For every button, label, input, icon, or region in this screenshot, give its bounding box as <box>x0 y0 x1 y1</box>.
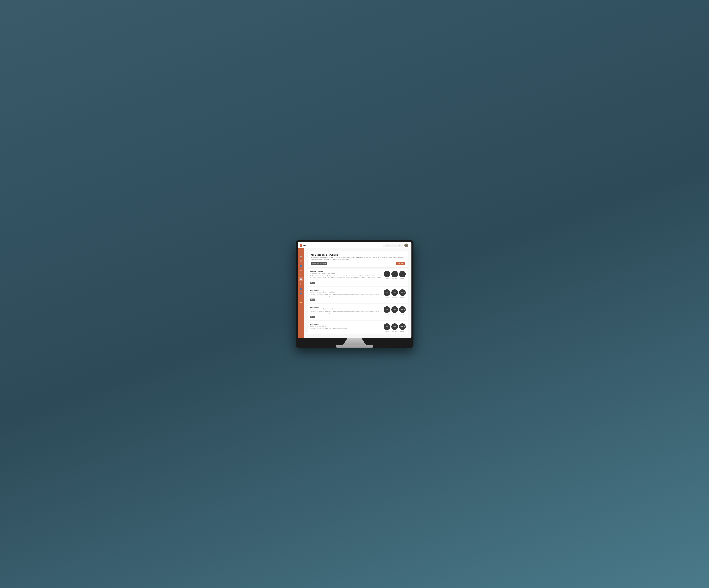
page-subtitle: Streamline your workflow by creating, up… <box>311 257 405 260</box>
work-policy-label: Work Policy <box>392 331 397 332</box>
seniority-label: Seniority <box>385 278 389 279</box>
seniority-badge: Junior <box>384 289 390 296</box>
job-description: The Inbound Contact Centre Team Leader m… <box>310 293 382 297</box>
header-actions: Upload Job Description Add New <box>311 262 405 265</box>
job-description: The Network Engineer position at Necta i… <box>310 275 382 280</box>
job-cards-container: Network Engineer $120,000 per annum | Au… <box>308 269 408 334</box>
job-badges: Junior Seniority Remote Work Policy Perm… <box>384 306 406 315</box>
job-type-label: Job Type <box>400 297 404 298</box>
work-policy-badge-item: Remote Work Policy <box>391 324 398 332</box>
job-info: Team Leader $40,000 per annum | Wellingt… <box>310 306 382 318</box>
job-info: Team Leader $40,000 per annum | Wellingt… <box>310 324 382 331</box>
job-description: The Inbound Contact Centre Team Leader m… <box>310 328 382 329</box>
logo-icon: N <box>300 244 302 247</box>
work-policy-label: Work Policy <box>392 278 397 279</box>
search-bar[interactable]: 🔍 <box>383 244 403 247</box>
job-card: Network Engineer $120,000 per annum | Au… <box>308 269 408 286</box>
page-header: Job Description Templates Streamline you… <box>308 251 408 267</box>
search-input[interactable] <box>384 245 398 246</box>
sidebar-item-award[interactable]: ✦ <box>299 296 303 300</box>
add-new-button[interactable]: Add New <box>396 262 405 265</box>
job-type-badge: Permanent <box>399 271 406 277</box>
avatar-initials: 👤 <box>405 245 407 246</box>
job-description: The Inbound Contact Centre Team Leader m… <box>310 310 382 314</box>
sidebar-item-person[interactable]: 👤 <box>299 287 303 290</box>
sidebar-item-clock[interactable]: ⏱ <box>299 268 303 272</box>
top-bar: N NECTA 🔍 👤 ▾ <box>298 242 412 248</box>
logo-area: N NECTA <box>300 244 309 247</box>
sidebar: ⌂ 🏢 ✉ 👥 ⏱ $ 📄 ⚙ 👤 👥 ✦ 📁 <box>298 248 304 338</box>
upload-button[interactable]: Upload Job Description <box>311 262 327 265</box>
sidebar-item-home[interactable]: ⌂ <box>299 250 303 254</box>
seniority-badge: Junior <box>384 306 390 313</box>
work-policy-badge: Remote <box>391 271 398 277</box>
job-badges: Junior Seniority Remote Work Policy Perm… <box>384 271 406 279</box>
job-title: Team Leader <box>310 289 382 291</box>
work-policy-badge-item: Remote Work Policy <box>391 289 398 298</box>
work-policy-label: Work Policy <box>392 297 397 298</box>
sidebar-item-team[interactable]: 👥 <box>299 291 303 295</box>
job-type-label: Job Type <box>400 278 404 279</box>
job-card: Team Leader $40,000 per annum | Wellingt… <box>308 304 408 320</box>
job-title: Team Leader <box>310 306 382 308</box>
job-badges: Junior Seniority Remote Work Policy Perm… <box>384 324 406 332</box>
seniority-label: Seniority <box>385 297 389 298</box>
job-type-badge: Permanent <box>399 324 406 330</box>
work-policy-badge-item: Remote Work Policy <box>391 306 398 315</box>
job-badges: Junior Seniority Remote Work Policy Perm… <box>384 289 406 298</box>
seniority-label: Seniority <box>385 313 389 315</box>
logo-text: NECTA <box>303 245 309 246</box>
job-type-badge-item: Permanent Job Type <box>399 271 406 279</box>
job-card: Team Leader $40,000 per annum | Wellingt… <box>308 321 408 334</box>
job-type-badge-item: Permanent Job Type <box>399 289 406 298</box>
job-location: $40,000 per annum | Wellington <box>310 326 382 327</box>
user-dropdown-icon[interactable]: ▾ <box>409 245 409 246</box>
sidebar-item-folder[interactable]: 📁 <box>299 300 303 304</box>
job-type-badge-item: Permanent Job Type <box>399 324 406 332</box>
job-type-label: Job Type <box>400 313 404 315</box>
work-policy-badge: Remote <box>391 324 398 330</box>
work-policy-label: Work Policy <box>392 313 397 315</box>
job-location: $120,000 per annum | Auckland New Zealan… <box>310 273 382 274</box>
sidebar-item-settings[interactable]: ⚙ <box>299 282 303 286</box>
job-location: $40,000 per annum | Wellington New Zeala… <box>310 291 382 293</box>
job-title: Team Leader <box>310 324 382 325</box>
work-policy-badge: Remote <box>391 289 398 296</box>
work-policy-badge-item: Remote Work Policy <box>391 271 398 279</box>
job-title: Network Engineer <box>310 271 382 273</box>
seniority-badge: Junior <box>384 271 390 277</box>
edit-button[interactable]: Edit <box>310 316 315 318</box>
seniority-badge: Junior <box>384 324 390 330</box>
seniority-badge-item: Junior Seniority <box>384 306 390 315</box>
seniority-badge-item: Junior Seniority <box>384 324 390 332</box>
search-icon: 🔍 <box>399 245 401 246</box>
sidebar-item-document[interactable]: 📄 <box>299 277 303 281</box>
edit-button[interactable]: Edit <box>310 299 315 301</box>
seniority-label: Seniority <box>385 331 389 332</box>
job-card: Team Leader $40,000 per annum | Wellingt… <box>308 287 408 303</box>
sidebar-item-dollar[interactable]: $ <box>299 273 303 277</box>
job-info: Team Leader $40,000 per annum | Wellingt… <box>310 289 382 301</box>
seniority-badge-item: Junior Seniority <box>384 289 390 298</box>
main-content: Job Description Templates Streamline you… <box>304 248 412 338</box>
sidebar-item-mail[interactable]: ✉ <box>299 259 303 263</box>
job-type-badge: Permanent <box>399 306 406 313</box>
job-type-label: Job Type <box>400 331 404 332</box>
sidebar-item-building[interactable]: 🏢 <box>299 254 303 258</box>
edit-button[interactable]: Edit <box>310 282 315 284</box>
job-type-badge: Permanent <box>399 289 406 296</box>
avatar[interactable]: 👤 <box>404 244 408 247</box>
job-type-badge-item: Permanent Job Type <box>399 306 406 315</box>
seniority-badge-item: Junior Seniority <box>384 271 390 279</box>
job-info: Network Engineer $120,000 per annum | Au… <box>310 271 382 284</box>
job-location: $40,000 per annum | Wellington New Zeala… <box>310 308 382 310</box>
work-policy-badge: Remote <box>391 306 398 313</box>
page-title: Job Description Templates <box>311 254 405 256</box>
sidebar-item-people[interactable]: 👥 <box>299 263 303 268</box>
